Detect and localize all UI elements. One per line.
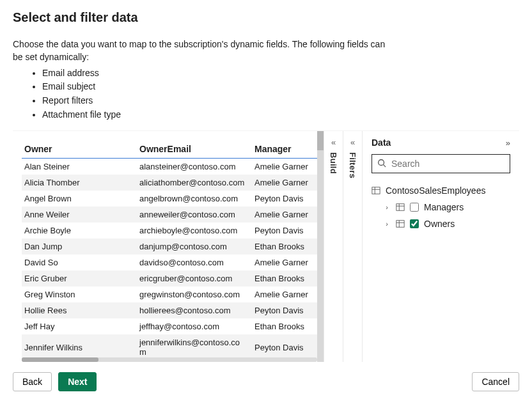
table-cell-email: anneweiler@contoso.com	[137, 207, 252, 223]
bullet-item: Report filters	[42, 94, 519, 108]
footer: Back Next Cancel	[0, 364, 532, 399]
table-row[interactable]: Eric Gruberericgruber@contoso.comEthan B…	[22, 270, 324, 286]
table-cell-owner: Archie Boyle	[22, 223, 137, 239]
cancel-button[interactable]: Cancel	[472, 372, 519, 391]
build-rail[interactable]: « Build	[324, 131, 343, 362]
data-grid-container: Owner OwnerEmail Manager Alan Steinerala…	[13, 131, 324, 362]
table-cell-email: aliciathomber@contoso.com	[137, 175, 252, 191]
page-title: Select and filter data	[13, 10, 519, 25]
chevron-left-double-icon[interactable]: «	[350, 137, 355, 147]
table-cell-email: gregwinston@contoso.com	[137, 286, 252, 302]
vertical-scrollbar-thumb[interactable]	[317, 131, 324, 150]
intro-bullets: Email address Email subject Report filte…	[13, 66, 519, 122]
table-cell-email: davidso@contoso.com	[137, 254, 252, 270]
tree-dataset-label: ContosoSalesEmployees	[386, 185, 485, 196]
bullet-item: Email address	[42, 66, 519, 81]
table-row[interactable]: Alan Steineralansteiner@contoso.comAmeli…	[22, 159, 324, 175]
table-row[interactable]: Greg Winstongregwinston@contoso.comAmeli…	[22, 286, 324, 302]
table-row[interactable]: David Sodavidso@contoso.comAmelie Garner	[22, 254, 324, 270]
chevron-right-icon[interactable]: ›	[383, 203, 391, 211]
vertical-scrollbar-track[interactable]	[317, 131, 324, 362]
column-header-owneremail[interactable]: OwnerEmail	[137, 140, 252, 159]
search-box[interactable]	[372, 154, 510, 173]
table-checkbox-managers[interactable]	[410, 203, 419, 212]
search-input[interactable]	[390, 158, 505, 169]
table-cell-email: jeffhay@contoso.com	[137, 318, 252, 334]
data-grid[interactable]: Owner OwnerEmail Manager Alan Steinerala…	[22, 140, 324, 360]
table-cell-manager: Ethan Brooks	[252, 239, 324, 254]
tree-dataset-row[interactable]: ContosoSalesEmployees	[372, 182, 510, 199]
table-cell-owner: Greg Winston	[22, 286, 137, 302]
table-icon	[396, 219, 405, 228]
chevron-left-double-icon[interactable]: «	[331, 137, 336, 147]
table-row[interactable]: Hollie Reeshollierees@contoso.comPeyton …	[22, 302, 324, 318]
filters-rail-label: Filters	[348, 152, 357, 178]
table-cell-email: danjump@contoso.com	[137, 239, 252, 254]
table-cell-email: alansteiner@contoso.com	[137, 159, 252, 175]
table-cell-email: ericgruber@contoso.com	[137, 270, 252, 286]
svg-rect-8	[396, 221, 404, 228]
svg-rect-5	[396, 204, 404, 211]
bullet-item: Attachment file type	[42, 108, 519, 122]
svg-line-1	[384, 164, 386, 167]
table-cell-manager: Amelie Garner	[252, 286, 324, 302]
table-cell-manager: Amelie Garner	[252, 175, 324, 191]
table-cell-email: jenniferwilkins@contoso.com	[137, 334, 252, 360]
table-cell-manager: Peyton Davis	[252, 334, 324, 360]
table-row[interactable]: Archie Boylearchieboyle@contoso.comPeyto…	[22, 223, 324, 239]
data-panel: Data » ContosoSalesEmployees ›	[362, 131, 519, 362]
table-row[interactable]: Jeff Hayjeffhay@contoso.comEthan Brooks	[22, 318, 324, 334]
table-cell-owner: Anne Weiler	[22, 207, 137, 223]
tree-table-row-managers[interactable]: › Managers	[372, 199, 510, 215]
table-cell-email: archieboyle@contoso.com	[137, 223, 252, 239]
table-cell-email: hollierees@contoso.com	[137, 302, 252, 318]
table-cell-manager: Peyton Davis	[252, 302, 324, 318]
build-rail-label: Build	[329, 152, 338, 174]
table-icon	[396, 203, 405, 212]
table-row[interactable]: Angel Brownangelbrown@contoso.comPeyton …	[22, 191, 324, 207]
chevron-right-icon[interactable]: ›	[383, 220, 391, 228]
table-cell-owner: Hollie Rees	[22, 302, 137, 318]
table-cell-owner: Angel Brown	[22, 191, 137, 207]
horizontal-scrollbar-thumb[interactable]	[22, 357, 98, 362]
search-icon	[377, 159, 386, 169]
column-header-manager[interactable]: Manager	[252, 140, 324, 159]
table-cell-manager: Peyton Davis	[252, 223, 324, 239]
data-tree: ContosoSalesEmployees › Managers ›	[372, 182, 510, 232]
table-row[interactable]: Jennifer Wilkinsjenniferwilkins@contoso.…	[22, 334, 324, 360]
svg-point-0	[379, 160, 384, 166]
table-cell-manager: Amelie Garner	[252, 207, 324, 223]
table-icon	[372, 186, 380, 195]
table-cell-manager: Amelie Garner	[252, 159, 324, 175]
column-header-owner[interactable]: Owner	[22, 140, 137, 159]
table-cell-owner: Alicia Thomber	[22, 175, 137, 191]
bullet-item: Email subject	[42, 80, 519, 94]
table-cell-owner: Eric Gruber	[22, 270, 137, 286]
chevron-right-double-icon[interactable]: »	[506, 138, 510, 148]
table-cell-manager: Ethan Brooks	[252, 270, 324, 286]
next-button[interactable]: Next	[58, 372, 97, 391]
table-cell-manager: Amelie Garner	[252, 254, 324, 270]
table-cell-owner: Jeff Hay	[22, 318, 137, 334]
table-row[interactable]: Alicia Thomberaliciathomber@contoso.comA…	[22, 175, 324, 191]
table-cell-manager: Ethan Brooks	[252, 318, 324, 334]
filters-rail[interactable]: « Filters	[343, 131, 362, 362]
table-cell-owner: Dan Jump	[22, 239, 137, 254]
back-button[interactable]: Back	[13, 372, 52, 391]
intro-text: Choose the data you want to map to the s…	[13, 38, 396, 64]
table-cell-owner: Alan Steiner	[22, 159, 137, 175]
table-cell-owner: David So	[22, 254, 137, 270]
data-panel-title: Data	[372, 137, 391, 148]
table-checkbox-owners[interactable]	[410, 219, 419, 228]
tree-table-row-owners[interactable]: › Owners	[372, 215, 510, 232]
tree-table-label: Owners	[424, 219, 455, 229]
table-cell-email: angelbrown@contoso.com	[137, 191, 252, 207]
table-cell-manager: Peyton Davis	[252, 191, 324, 207]
tree-table-label: Managers	[424, 202, 464, 212]
table-row[interactable]: Dan Jumpdanjump@contoso.comEthan Brooks	[22, 239, 324, 254]
table-cell-owner: Jennifer Wilkins	[22, 334, 137, 360]
svg-rect-2	[372, 187, 380, 194]
table-row[interactable]: Anne Weileranneweiler@contoso.comAmelie …	[22, 207, 324, 223]
